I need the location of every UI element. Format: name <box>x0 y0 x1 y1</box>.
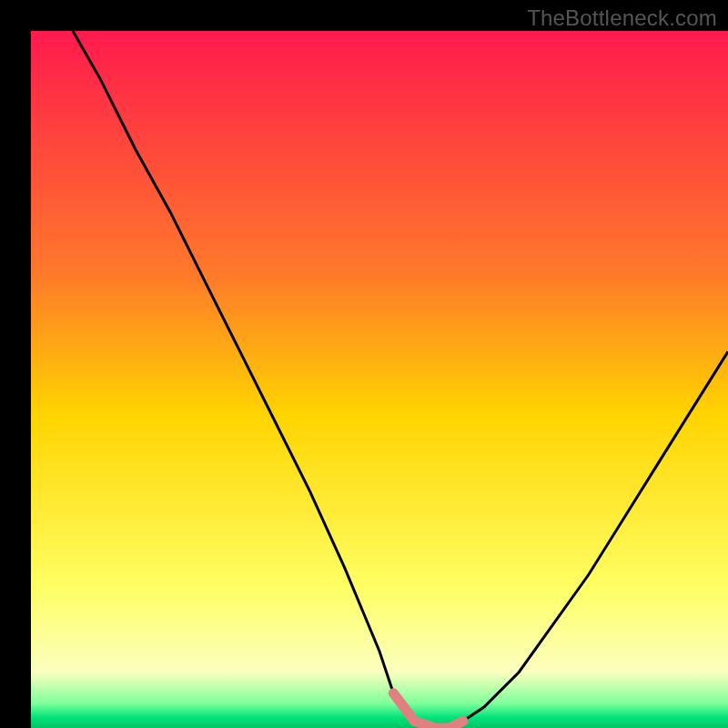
watermark-text: TheBottleneck.com <box>527 5 717 31</box>
chart-canvas <box>0 0 728 728</box>
plot-area <box>31 31 728 728</box>
